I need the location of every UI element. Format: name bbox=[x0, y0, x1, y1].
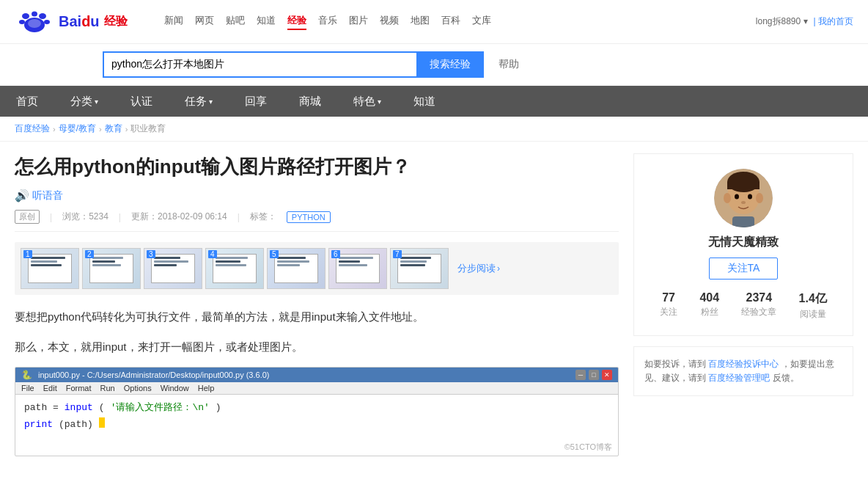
code-input-fn: input bbox=[65, 401, 93, 416]
svg-rect-10 bbox=[727, 182, 760, 189]
feedback-link-2[interactable]: 百度经验管理吧 bbox=[708, 373, 770, 383]
nav-link-video[interactable]: 视频 bbox=[380, 14, 399, 30]
nav-auth[interactable]: 认证 bbox=[114, 86, 169, 117]
watermark: ©51CTO博客 bbox=[15, 439, 618, 456]
category-arrow: ▾ bbox=[95, 98, 98, 106]
breadcrumb-parent[interactable]: 母婴/教育 bbox=[59, 123, 96, 135]
meta-divider-1: | bbox=[50, 212, 52, 222]
stat-fans: 404 粉丝 bbox=[699, 291, 719, 321]
nav-top-links: 新闻 网页 贴吧 知道 经验 音乐 图片 视频 地图 百科 文库 bbox=[164, 14, 491, 30]
menu-options[interactable]: Options bbox=[124, 384, 152, 392]
baidu-text: Baidu bbox=[59, 13, 100, 30]
step-thumb-6[interactable]: 6 bbox=[328, 248, 387, 289]
code-print-parens: (path) bbox=[59, 417, 93, 433]
step-thumbnails: 1 2 bbox=[15, 242, 619, 295]
nav-special[interactable]: 特色▾ bbox=[337, 86, 397, 117]
nav-link-news[interactable]: 新闻 bbox=[164, 14, 183, 30]
read-steps-button[interactable]: 分步阅读 › bbox=[457, 262, 500, 275]
nav-shop[interactable]: 商城 bbox=[283, 86, 337, 117]
nav-link-web[interactable]: 网页 bbox=[195, 14, 214, 30]
meta-tag-link[interactable]: PYTHON bbox=[287, 211, 331, 223]
baidu-logo-svg bbox=[15, 9, 56, 35]
code-string: '请输入文件路径：\n' bbox=[111, 401, 210, 416]
main-navigation: 首页 分类▾ 认证 任务▾ 回享 商城 特色▾ 知道 bbox=[0, 86, 868, 117]
feedback-link-1[interactable]: 百度经验投诉中心 bbox=[708, 359, 779, 369]
stat-reads-num: 1.4亿 bbox=[799, 291, 827, 307]
breadcrumb-home[interactable]: 百度经验 bbox=[15, 123, 50, 135]
user-account[interactable]: long拆8890 ▾ bbox=[756, 15, 808, 28]
nav-link-image[interactable]: 图片 bbox=[349, 14, 368, 30]
step-thumb-7[interactable]: 7 bbox=[390, 248, 449, 289]
listen-button[interactable]: 🔊 听语音 bbox=[15, 189, 63, 202]
code-title-text: input000.py - C:/Users/Administrator/Des… bbox=[38, 370, 570, 379]
search-input[interactable] bbox=[103, 51, 416, 78]
meta-views: 浏览：5234 bbox=[62, 211, 108, 223]
code-close-paren: ) bbox=[216, 401, 221, 416]
svg-point-11 bbox=[735, 194, 739, 200]
follow-button[interactable]: 关注TA bbox=[709, 258, 779, 280]
meta-tag-label: 标签： bbox=[250, 211, 276, 223]
feedback-section: 如要投诉，请到 百度经验投诉中心 ，如要提出意见、建议，请到 百度经验管理吧 反… bbox=[633, 346, 853, 396]
author-name: 无情天魔精致 bbox=[649, 235, 838, 250]
my-home[interactable]: | 我的首页 bbox=[814, 15, 853, 28]
nav-task[interactable]: 任务▾ bbox=[169, 86, 229, 117]
code-line-2: print (path) bbox=[24, 417, 609, 433]
nav-category[interactable]: 分类▾ bbox=[54, 86, 114, 117]
nav-zhidao[interactable]: 知道 bbox=[397, 86, 452, 117]
bc-sep-3: › bbox=[125, 125, 128, 134]
nav-link-zhidao[interactable]: 知道 bbox=[257, 14, 276, 30]
menu-file[interactable]: File bbox=[21, 384, 34, 392]
menu-help[interactable]: Help bbox=[198, 384, 215, 392]
svg-point-14 bbox=[724, 193, 731, 203]
step-thumb-3[interactable]: 3 bbox=[144, 248, 202, 289]
avatar-svg bbox=[714, 169, 773, 227]
main-content: 怎么用python的input输入图片路径打开图片？ 🔊 听语音 原创 | 浏览… bbox=[15, 153, 619, 456]
nav-share[interactable]: 回享 bbox=[229, 86, 283, 117]
code-body: path = input ( '请输入文件路径：\n' ) print (pat… bbox=[15, 395, 618, 439]
code-parens: ( bbox=[99, 401, 105, 416]
step-thumb-1[interactable]: 1 bbox=[21, 248, 79, 289]
svg-point-3 bbox=[19, 20, 25, 24]
breadcrumb-current: 职业教育 bbox=[130, 123, 166, 135]
minimize-btn[interactable]: ─ bbox=[575, 370, 586, 380]
thumb-num-1: 1 bbox=[23, 250, 32, 258]
nav-link-music[interactable]: 音乐 bbox=[318, 14, 337, 30]
step-thumb-5[interactable]: 5 bbox=[267, 248, 326, 289]
bc-sep-1: › bbox=[53, 125, 56, 134]
thumb-num-3: 3 bbox=[147, 250, 155, 258]
menu-format[interactable]: Format bbox=[66, 384, 92, 392]
close-btn[interactable]: ✕ bbox=[602, 370, 612, 380]
svg-rect-16 bbox=[732, 216, 754, 227]
thumb-num-6: 6 bbox=[331, 250, 340, 258]
nav-link-baike[interactable]: 百科 bbox=[441, 14, 460, 30]
step-thumb-4[interactable]: 4 bbox=[205, 248, 264, 289]
meta-info: 原创 | 浏览：5234 | 更新：2018-02-09 06:14 | 标签：… bbox=[15, 210, 619, 232]
svg-point-6 bbox=[28, 19, 41, 28]
svg-point-15 bbox=[756, 193, 763, 203]
meta-divider-3: | bbox=[238, 212, 240, 222]
search-button[interactable]: 搜索经验 bbox=[416, 51, 484, 78]
code-titlebar: 🐍 input000.py - C:/Users/Administrator/D… bbox=[15, 368, 618, 382]
breadcrumb-edu[interactable]: 教育 bbox=[105, 123, 122, 135]
thumb-num-2: 2 bbox=[85, 250, 94, 258]
svg-point-2 bbox=[39, 13, 46, 19]
code-line-1: path = input ( '请输入文件路径：\n' ) bbox=[24, 401, 609, 416]
maximize-btn[interactable]: □ bbox=[589, 370, 599, 380]
step-thumb-2[interactable]: 2 bbox=[82, 248, 141, 289]
thumb-num-7: 7 bbox=[393, 250, 402, 258]
help-link[interactable]: 帮助 bbox=[499, 58, 519, 71]
stat-fans-label: 粉丝 bbox=[701, 306, 718, 318]
menu-edit[interactable]: Edit bbox=[43, 384, 57, 392]
read-steps-label: 分步阅读 bbox=[457, 262, 496, 275]
nav-home[interactable]: 首页 bbox=[0, 86, 54, 117]
nav-link-wenku[interactable]: 文库 bbox=[472, 14, 491, 30]
menu-run[interactable]: Run bbox=[100, 384, 115, 392]
stat-reads-label: 阅读量 bbox=[800, 308, 826, 321]
nav-link-tieba[interactable]: 贴吧 bbox=[226, 14, 245, 30]
article-title: 怎么用python的input输入图片路径打开图片？ bbox=[15, 153, 619, 180]
listen-label: 听语音 bbox=[32, 189, 63, 202]
author-card: 无情天魔精致 关注TA 77 关注 404 粉丝 2374 经验文章 1.4亿 … bbox=[633, 153, 853, 336]
menu-window[interactable]: Window bbox=[161, 384, 189, 392]
nav-link-jingyan[interactable]: 经验 bbox=[287, 14, 306, 30]
nav-link-map[interactable]: 地图 bbox=[411, 14, 430, 30]
